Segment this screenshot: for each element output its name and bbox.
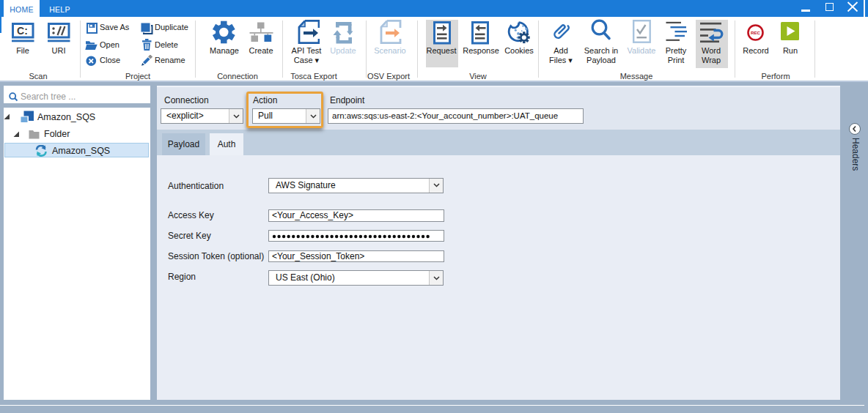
svg-text:C:: C: — [17, 25, 28, 37]
svg-text:REC: REC — [751, 30, 761, 35]
